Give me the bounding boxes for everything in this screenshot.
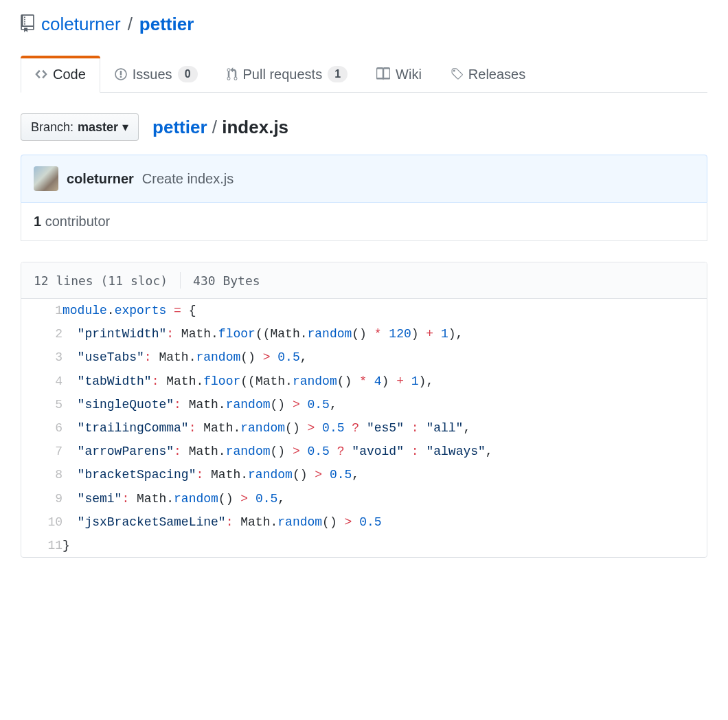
chevron-down-icon: ▾ — [122, 120, 128, 135]
contributors-label: contributor — [45, 214, 111, 229]
repo-header: coleturner / pettier — [21, 14, 707, 35]
breadcrumb-separator: / — [212, 117, 222, 137]
tab-issues-label: Issues — [133, 67, 172, 82]
pulls-count: 1 — [328, 66, 348, 82]
line-content: "useTabs": Math.random() > 0.5, — [62, 346, 707, 369]
line-number[interactable]: 1 — [21, 299, 62, 322]
breadcrumb-file: index.js — [222, 117, 288, 137]
line-content: "trailingComma": Math.random() > 0.5 ? "… — [62, 416, 707, 440]
code-line: 9 "semi": Math.random() > 0.5, — [21, 487, 707, 510]
repo-name-link[interactable]: pettier — [139, 14, 194, 35]
tab-pulls-label: Pull requests — [243, 67, 323, 82]
line-content: } — [62, 534, 707, 557]
line-content: module.exports = { — [62, 299, 707, 322]
repo-icon — [21, 14, 34, 35]
code-line: 10 "jsxBracketSameLine": Math.random() >… — [21, 510, 707, 534]
line-content: "printWidth": Math.floor((Math.random() … — [62, 322, 707, 346]
tag-icon — [451, 67, 463, 81]
line-content: "tabWidth": Math.floor((Math.random() * … — [62, 370, 707, 393]
line-number[interactable]: 9 — [21, 487, 62, 510]
line-number[interactable]: 3 — [21, 346, 62, 369]
code-line: 6 "trailingComma": Math.random() > 0.5 ?… — [21, 416, 707, 440]
tab-code[interactable]: Code — [21, 56, 100, 93]
line-number[interactable]: 10 — [21, 510, 62, 534]
tabs: Code Issues 0 Pull requests 1 Wiki Relea… — [21, 56, 707, 93]
code-line: 1module.exports = { — [21, 299, 707, 322]
issues-count: 0 — [178, 66, 198, 82]
branch-selector[interactable]: Branch: master ▾ — [21, 113, 139, 141]
tab-code-label: Code — [53, 67, 86, 82]
tab-releases-label: Releases — [468, 67, 525, 82]
commit-author-link[interactable]: coleturner — [67, 171, 134, 187]
line-content: "bracketSpacing": Math.random() > 0.5, — [62, 463, 707, 486]
pull-request-icon — [227, 67, 238, 81]
line-content: "jsxBracketSameLine": Math.random() > 0.… — [62, 510, 707, 534]
code-line: 5 "singleQuote": Math.random() > 0.5, — [21, 393, 707, 416]
issues-icon — [115, 67, 127, 81]
wiki-icon — [376, 67, 390, 81]
avatar[interactable] — [34, 166, 58, 191]
code-line: 2 "printWidth": Math.floor((Math.random(… — [21, 322, 707, 346]
file-navigation: Branch: master ▾ pettier / index.js — [21, 113, 707, 141]
code-line: 3 "useTabs": Math.random() > 0.5, — [21, 346, 707, 369]
commit-summary: coleturner Create index.js — [21, 155, 707, 203]
line-number[interactable]: 6 — [21, 416, 62, 440]
code-line: 4 "tabWidth": Math.floor((Math.random() … — [21, 370, 707, 393]
line-content: "singleQuote": Math.random() > 0.5, — [62, 393, 707, 416]
file-header: 12 lines (11 sloc) 430 Bytes — [21, 262, 707, 299]
code-table: 1module.exports = {2 "printWidth": Math.… — [21, 299, 707, 557]
file-size: 430 Bytes — [193, 273, 260, 288]
code-line: 7 "arrowParens": Math.random() > 0.5 ? "… — [21, 440, 707, 463]
repo-separator: / — [128, 14, 133, 35]
file-viewer: 12 lines (11 sloc) 430 Bytes 1module.exp… — [21, 262, 707, 558]
line-number[interactable]: 7 — [21, 440, 62, 463]
line-content: "semi": Math.random() > 0.5, — [62, 487, 707, 510]
line-number[interactable]: 5 — [21, 393, 62, 416]
code-line: 11} — [21, 534, 707, 557]
tab-issues[interactable]: Issues 0 — [100, 56, 212, 92]
code-line: 8 "bracketSpacing": Math.random() > 0.5, — [21, 463, 707, 486]
tab-releases[interactable]: Releases — [436, 56, 540, 92]
line-number[interactable]: 8 — [21, 463, 62, 486]
line-content: "arrowParens": Math.random() > 0.5 ? "av… — [62, 440, 707, 463]
file-lines: 12 lines (11 sloc) — [34, 273, 168, 288]
line-number[interactable]: 11 — [21, 534, 62, 557]
line-number[interactable]: 4 — [21, 370, 62, 393]
breadcrumb: pettier / index.js — [152, 117, 288, 138]
breadcrumb-root[interactable]: pettier — [152, 117, 207, 137]
branch-prefix: Branch: — [31, 120, 73, 135]
line-number[interactable]: 2 — [21, 322, 62, 346]
commit-message[interactable]: Create index.js — [142, 171, 234, 187]
repo-owner-link[interactable]: coleturner — [41, 14, 121, 35]
tab-wiki[interactable]: Wiki — [362, 56, 436, 92]
contributors-count: 1 — [34, 214, 41, 229]
code-icon — [35, 67, 47, 81]
contributors-box: 1 contributor — [21, 203, 707, 241]
tab-pulls[interactable]: Pull requests 1 — [212, 56, 363, 92]
divider — [180, 272, 181, 289]
branch-name: master — [78, 120, 118, 135]
tab-wiki-label: Wiki — [396, 67, 422, 82]
